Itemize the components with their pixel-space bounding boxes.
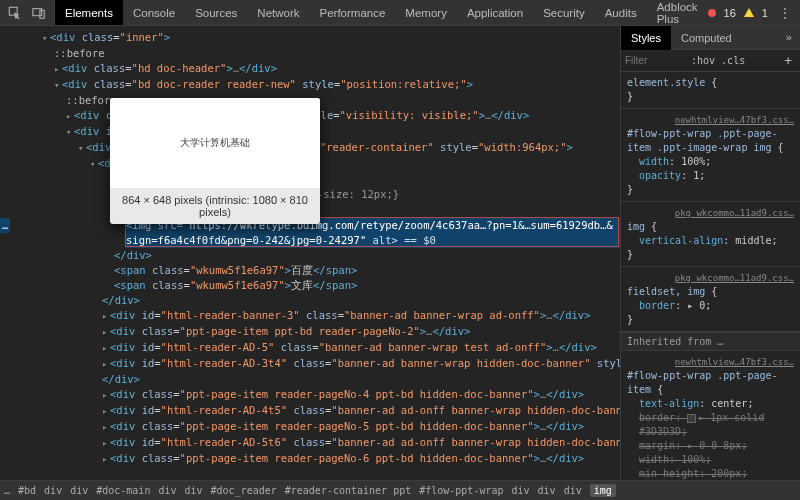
rule-source-link[interactable]: pkg_wkcommo…11ad9.css… — [627, 206, 794, 220]
tree-line[interactable]: <div class="ppt-page-item reader-pageNo-… — [102, 419, 620, 435]
tab-application[interactable]: Application — [457, 0, 533, 25]
kebab-menu-icon[interactable]: ⋮ — [776, 4, 794, 22]
styles-filter-row: :hov .cls + — [621, 50, 800, 72]
dom-tree[interactable]: <div class="inner">::before<div class="h… — [0, 26, 620, 467]
breadcrumb-item[interactable]: div — [184, 485, 202, 496]
tree-line[interactable]: <div class="inner"> — [42, 30, 620, 46]
tree-line[interactable]: ::before — [54, 46, 620, 61]
tab-adblock-plus[interactable]: Adblock Plus — [647, 0, 708, 25]
tree-line[interactable]: </div> — [102, 293, 620, 308]
tree-line[interactable]: <div class="ppt-page-item reader-pageNo-… — [102, 451, 620, 467]
tree-line[interactable]: <span class="wkumw5f1e6a97">文库</span> — [114, 278, 620, 293]
breadcrumb-item[interactable]: div — [538, 485, 556, 496]
styles-filter-input[interactable] — [625, 55, 685, 66]
tree-line[interactable]: <div id="html-reader-AD-4t5" class="bann… — [102, 403, 620, 419]
warning-count[interactable]: 1 — [762, 7, 768, 19]
color-swatch-icon[interactable] — [687, 414, 696, 423]
breadcrumb-item[interactable]: div — [70, 485, 88, 496]
style-rule-block[interactable]: pkg_wkcommo…11ad9.css…img {vertical-alig… — [621, 202, 800, 267]
error-count[interactable]: 16 — [724, 7, 736, 19]
rule-source-link[interactable]: newhtmlview…47bf3.css… — [627, 355, 794, 369]
error-dot-icon — [708, 9, 716, 17]
warning-triangle-icon — [744, 8, 754, 17]
breadcrumb-item[interactable]: img — [590, 484, 616, 497]
styles-panel: StylesComputed » :hov .cls + element.sty… — [620, 26, 800, 480]
style-rule-block[interactable]: pkg_wkcommo…11ad9.css…fieldset, img {bor… — [621, 267, 800, 332]
gutter-ellipsis: … — [0, 218, 10, 233]
styles-tab-styles[interactable]: Styles — [621, 26, 671, 50]
tree-line[interactable]: </div> — [102, 372, 620, 387]
tab-network[interactable]: Network — [247, 0, 309, 25]
inspect-element-icon[interactable] — [6, 4, 24, 22]
inherited-from-separator: Inherited from … — [621, 332, 800, 351]
style-rules[interactable]: element.style {}newhtmlview…47bf3.css…#f… — [621, 72, 800, 480]
tree-line[interactable]: <div id="html-reader-AD-5" class="banner… — [102, 340, 620, 356]
tree-line[interactable]: <div id="html-reader-AD-5t6" class="bann… — [102, 435, 620, 451]
breadcrumb-item[interactable]: div — [564, 485, 582, 496]
new-style-rule-button[interactable]: + — [780, 53, 796, 68]
breadcrumb-item[interactable]: div — [158, 485, 176, 496]
style-rule-block[interactable]: element.style {} — [621, 72, 800, 109]
tab-performance[interactable]: Performance — [310, 0, 396, 25]
tab-audits[interactable]: Audits — [595, 0, 647, 25]
elements-panel[interactable]: <div class="inner">::before<div class="h… — [0, 26, 620, 480]
breadcrumb-item[interactable]: #doc_reader — [211, 485, 277, 496]
tree-line[interactable]: <div class="bd doc-reader reader-new" st… — [54, 77, 620, 93]
toolbar-left-icons — [0, 0, 55, 25]
tab-memory[interactable]: Memory — [395, 0, 457, 25]
panel-tabs: ElementsConsoleSourcesNetworkPerformance… — [55, 0, 708, 25]
main-area: <div class="inner">::before<div class="h… — [0, 26, 800, 480]
hov-toggle[interactable]: :hov — [691, 55, 715, 66]
tab-security[interactable]: Security — [533, 0, 595, 25]
tooltip-preview: 大学计算机基础 — [110, 98, 320, 188]
tab-sources[interactable]: Sources — [185, 0, 247, 25]
breadcrumb-item[interactable]: … — [4, 485, 10, 496]
tab-console[interactable]: Console — [123, 0, 185, 25]
tree-line[interactable]: <div class="ppt-page-item ppt-bd reader-… — [102, 324, 620, 340]
breadcrumb-item[interactable]: div — [512, 485, 530, 496]
rule-source-link[interactable]: newhtmlview…47bf3.css… — [627, 113, 794, 127]
styles-tab-computed[interactable]: Computed — [671, 26, 742, 50]
breadcrumb-item[interactable]: #bd — [18, 485, 36, 496]
breadcrumb-item[interactable]: #doc-main — [96, 485, 150, 496]
breadcrumb-item[interactable]: #flow-ppt-wrap — [419, 485, 503, 496]
tree-line[interactable]: </div> — [114, 248, 620, 263]
breadcrumb-item[interactable]: div — [44, 485, 62, 496]
tree-line[interactable]: <div class="ppt-page-item reader-pageNo-… — [102, 387, 620, 403]
tab-elements[interactable]: Elements — [55, 0, 123, 25]
tree-line[interactable]: <div class="hd doc-header">…</div> — [54, 61, 620, 77]
style-rule-block[interactable]: newhtmlview…47bf3.css…#flow-ppt-wrap .pp… — [621, 109, 800, 202]
preview-text: 大学计算机基础 — [180, 136, 250, 150]
tree-line[interactable]: <div id="html-reader-banner-3" class="ba… — [102, 308, 620, 324]
image-hover-tooltip: 大学计算机基础 864 × 648 pixels (intrinsic: 108… — [110, 98, 320, 224]
tree-line[interactable]: <span class="wkumw5f1e6a97">百度</span> — [114, 263, 620, 278]
devtools-toolbar: ElementsConsoleSourcesNetworkPerformance… — [0, 0, 800, 26]
style-rule-block[interactable]: newhtmlview…47bf3.css…#flow-ppt-wrap .pp… — [621, 351, 800, 480]
dom-breadcrumb[interactable]: …#bddivdiv#doc-maindivdiv#doc_reader#rea… — [0, 480, 800, 500]
more-tabs-icon[interactable]: » — [777, 31, 800, 44]
tooltip-dimensions: 864 × 648 pixels (intrinsic: 1080 × 810 … — [110, 188, 320, 224]
styles-tabs: StylesComputed » — [621, 26, 800, 50]
breadcrumb-item[interactable]: #reader-container ppt — [285, 485, 411, 496]
rule-source-link[interactable]: pkg_wkcommo…11ad9.css… — [627, 271, 794, 285]
tree-line[interactable]: <div id="html-reader-AD-3t4" class="bann… — [102, 356, 620, 372]
device-toolbar-icon[interactable] — [30, 4, 48, 22]
cls-toggle[interactable]: .cls — [721, 55, 745, 66]
toolbar-right: 16 1 ⋮ — [708, 4, 800, 22]
